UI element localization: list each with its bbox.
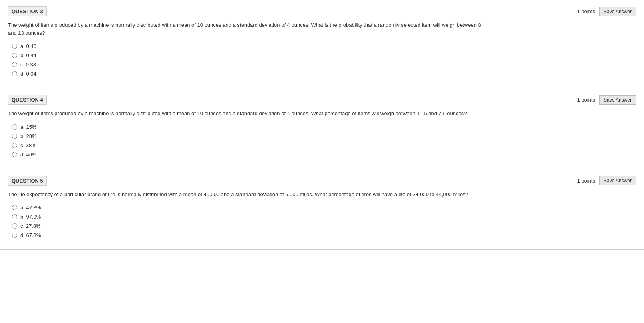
question-5-radio-0[interactable] bbox=[12, 205, 17, 210]
question-4-option-2: c. 38% bbox=[12, 142, 636, 148]
question-5-radio-3[interactable] bbox=[12, 233, 17, 238]
question-5-options: a. 47.3%b. 97.9%c. 27.8%d. 67.3% bbox=[12, 205, 636, 238]
question-5-points: 1 points bbox=[577, 178, 595, 184]
question-4-option-label-0[interactable]: a. 15% bbox=[20, 124, 36, 130]
question-5-radio-2[interactable] bbox=[12, 223, 17, 229]
question-3-option-0: a. 0.46 bbox=[12, 43, 636, 49]
question-4-save-button[interactable]: Save Answer bbox=[599, 95, 636, 105]
question-5-option-3: d. 67.3% bbox=[12, 232, 636, 238]
question-3: QUESTION 31 pointsSave AnswerThe weight … bbox=[0, 0, 644, 88]
question-4-option-label-3[interactable]: d. 46% bbox=[20, 152, 36, 158]
question-4-header: QUESTION 41 pointsSave Answer bbox=[8, 95, 636, 105]
question-5-option-label-1[interactable]: b. 97.9% bbox=[20, 214, 41, 220]
question-4-options: a. 15%b. 28%c. 38%d. 46% bbox=[12, 124, 636, 158]
question-3-radio-2[interactable] bbox=[12, 62, 17, 67]
question-3-radio-1[interactable] bbox=[12, 53, 17, 58]
question-5-text: The life expectancy of a particular bran… bbox=[8, 191, 489, 199]
question-4-radio-2[interactable] bbox=[12, 143, 17, 148]
question-3-option-2: c. 0.38 bbox=[12, 62, 636, 68]
question-3-options: a. 0.46b. 0.44c. 0.38d. 0.04 bbox=[12, 43, 636, 77]
question-3-radio-3[interactable] bbox=[12, 71, 17, 76]
question-5-meta: 1 pointsSave Answer bbox=[577, 176, 636, 185]
question-5-title: QUESTION 5 bbox=[8, 176, 47, 186]
question-3-meta: 1 pointsSave Answer bbox=[577, 7, 636, 16]
page-container: QUESTION 31 pointsSave AnswerThe weight … bbox=[0, 0, 644, 323]
question-5-option-1: b. 97.9% bbox=[12, 214, 636, 220]
question-3-option-1: b. 0.44 bbox=[12, 52, 636, 58]
question-4-option-label-2[interactable]: c. 38% bbox=[20, 142, 36, 148]
question-4-option-0: a. 15% bbox=[12, 124, 636, 130]
question-3-radio-0[interactable] bbox=[12, 44, 17, 49]
question-5: QUESTION 51 pointsSave AnswerThe life ex… bbox=[0, 169, 644, 250]
question-3-option-3: d. 0.04 bbox=[12, 71, 636, 77]
question-3-save-button[interactable]: Save Answer bbox=[599, 7, 636, 16]
question-4-option-3: d. 46% bbox=[12, 152, 636, 158]
question-4-meta: 1 pointsSave Answer bbox=[577, 95, 636, 105]
question-3-header: QUESTION 31 pointsSave Answer bbox=[8, 6, 636, 16]
question-3-option-label-1[interactable]: b. 0.44 bbox=[20, 52, 36, 58]
question-5-option-2: c. 27.8% bbox=[12, 223, 636, 229]
question-5-save-button[interactable]: Save Answer bbox=[599, 176, 636, 185]
question-5-header: QUESTION 51 pointsSave Answer bbox=[8, 176, 636, 186]
question-5-option-0: a. 47.3% bbox=[12, 205, 636, 211]
question-4: QUESTION 41 pointsSave AnswerThe weight … bbox=[0, 88, 644, 169]
question-5-option-label-0[interactable]: a. 47.3% bbox=[20, 205, 41, 211]
question-4-option-1: b. 28% bbox=[12, 133, 636, 139]
question-5-radio-1[interactable] bbox=[12, 214, 17, 219]
question-4-radio-1[interactable] bbox=[12, 134, 17, 139]
question-3-option-label-0[interactable]: a. 0.46 bbox=[20, 43, 36, 49]
question-4-option-label-1[interactable]: b. 28% bbox=[20, 133, 36, 139]
question-3-option-label-3[interactable]: d. 0.04 bbox=[20, 71, 36, 77]
question-4-radio-3[interactable] bbox=[12, 152, 17, 157]
question-3-text: The weight of items produced by a machin… bbox=[8, 21, 489, 37]
question-4-title: QUESTION 4 bbox=[8, 95, 47, 105]
question-5-option-label-3[interactable]: d. 67.3% bbox=[20, 232, 41, 238]
question-3-title: QUESTION 3 bbox=[8, 6, 47, 16]
question-5-option-label-2[interactable]: c. 27.8% bbox=[20, 223, 41, 229]
question-3-option-label-2[interactable]: c. 0.38 bbox=[20, 62, 36, 68]
question-4-radio-0[interactable] bbox=[12, 124, 17, 130]
question-4-points: 1 points bbox=[577, 97, 595, 103]
question-4-text: The weight of items produced by a machin… bbox=[8, 110, 489, 118]
question-3-points: 1 points bbox=[577, 8, 595, 14]
